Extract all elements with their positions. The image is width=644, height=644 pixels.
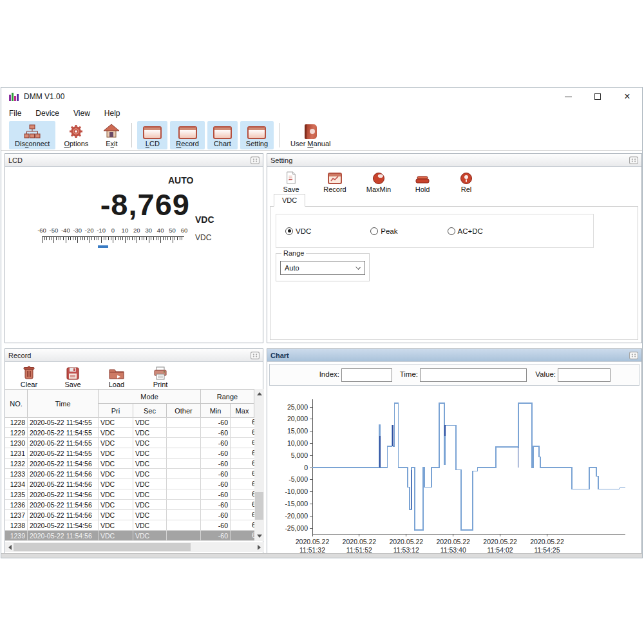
y-tick-label: 5,000 bbox=[291, 451, 308, 459]
cell-sec: VDC bbox=[133, 510, 167, 520]
y-tick-label: -25,000 bbox=[285, 524, 308, 532]
y-tick-label: -15,000 bbox=[285, 500, 308, 507]
range-selected-value: Auto bbox=[285, 264, 299, 272]
house-icon bbox=[103, 124, 120, 139]
record-button[interactable]: Record bbox=[170, 121, 204, 149]
chart-panel-title: Chart bbox=[270, 352, 629, 359]
rel-button[interactable]: Rel bbox=[446, 169, 486, 193]
record-button[interactable]: Record bbox=[315, 169, 355, 193]
x-tick-label-date: 2020.05.22 bbox=[390, 538, 424, 545]
menu-item-view[interactable]: View bbox=[67, 108, 97, 119]
disconnect-button[interactable]: Disconnect bbox=[9, 121, 55, 149]
lcd-button[interactable]: LCD bbox=[137, 121, 167, 149]
scroll-right-button[interactable] bbox=[254, 542, 264, 552]
close-button[interactable]: × bbox=[612, 88, 642, 106]
cell-other bbox=[167, 531, 201, 540]
radio-label: Peak bbox=[381, 227, 397, 235]
tab-vdc[interactable]: VDC bbox=[274, 194, 305, 207]
radio-vdc[interactable]: VDC bbox=[285, 227, 311, 235]
cell-other bbox=[167, 417, 201, 427]
save-button[interactable]: Save bbox=[53, 364, 93, 388]
record-table-vscrollbar[interactable] bbox=[254, 389, 264, 541]
dock-icon[interactable] bbox=[251, 156, 260, 164]
column-header-pri: Pri bbox=[99, 404, 133, 418]
table-row[interactable]: 12352020-05-22 11:54:56VDCVDC-606 bbox=[5, 489, 264, 500]
toolbar-button-label: Chart bbox=[214, 140, 231, 147]
chart-panel-body: Index:Time:Value: 25,00020,00015,00010,0… bbox=[267, 362, 641, 557]
cell-time: 2020-05-22 11:54:56 bbox=[28, 500, 99, 509]
table-row[interactable]: 12302020-05-22 11:54:55VDCVDC-606 bbox=[5, 438, 264, 448]
menu-item-file[interactable]: File bbox=[3, 108, 28, 119]
lcd-scale-tick-label: 30 bbox=[145, 227, 152, 234]
exit-button[interactable]: Exit bbox=[97, 121, 126, 149]
chart-panel: Chart Index:Time:Value: 25,00020,00015,0… bbox=[267, 348, 642, 558]
minimize-button[interactable] bbox=[553, 88, 583, 106]
table-row[interactable]: 12342020-05-22 11:54:56VDCVDC-606 bbox=[5, 479, 264, 489]
maxmin-button[interactable]: MaxMin bbox=[359, 169, 399, 193]
menu-item-help[interactable]: Help bbox=[98, 108, 127, 119]
cell-min: -60 bbox=[201, 500, 231, 509]
cell-time: 2020-05-22 11:54:56 bbox=[28, 531, 99, 540]
triangle-up-icon bbox=[257, 392, 262, 395]
table-row[interactable]: 12322020-05-22 11:54:56VDCVDC-606 bbox=[5, 459, 264, 469]
table-row[interactable]: 12382020-05-22 11:54:56VDCVDC-606 bbox=[5, 520, 264, 531]
print-button[interactable]: Print bbox=[140, 364, 180, 388]
printer-icon bbox=[153, 365, 167, 380]
x-tick-label-date: 2020.05.22 bbox=[343, 538, 377, 545]
cell-no: 1230 bbox=[5, 438, 28, 448]
window-bottom-strip bbox=[1, 553, 642, 558]
gear-icon bbox=[68, 124, 84, 139]
table-row[interactable]: 12282020-05-22 11:54:55VDCVDC-606 bbox=[5, 417, 264, 428]
cell-other bbox=[167, 438, 201, 448]
cell-no: 1234 bbox=[5, 479, 28, 489]
table-row[interactable]: 12392020-05-22 11:54:56VDCVDC-606 bbox=[5, 531, 264, 541]
user-manual-button[interactable]: User Manual bbox=[285, 121, 336, 149]
cell-max: 6 bbox=[231, 438, 254, 448]
dock-icon[interactable] bbox=[629, 352, 638, 359]
options-button[interactable]: Options bbox=[58, 121, 94, 149]
table-row[interactable]: 12332020-05-22 11:54:56VDCVDC-606 bbox=[5, 469, 264, 479]
range-select[interactable]: Auto bbox=[280, 261, 365, 275]
y-tick-label: 10,000 bbox=[287, 439, 308, 447]
window-icon bbox=[143, 124, 162, 139]
scroll-thumb[interactable] bbox=[255, 492, 263, 519]
scroll-thumb[interactable] bbox=[14, 543, 191, 551]
cell-time: 2020-05-22 11:54:56 bbox=[28, 520, 99, 530]
lcd-scale-tick-label: 20 bbox=[133, 227, 140, 234]
table-row[interactable]: 12292020-05-22 11:54:55VDCVDC-606 bbox=[5, 428, 264, 438]
field-input-value[interactable] bbox=[558, 368, 611, 382]
column-header-no: NO. bbox=[5, 390, 28, 418]
scroll-down-button[interactable] bbox=[254, 531, 264, 541]
save-button[interactable]: Save bbox=[271, 169, 311, 193]
table-row[interactable]: 12312020-05-22 11:54:55VDCVDC-606 bbox=[5, 448, 264, 459]
mini-button-label: Save bbox=[64, 381, 80, 388]
table-row[interactable]: 12362020-05-22 11:54:56VDCVDC-606 bbox=[5, 500, 264, 510]
toolbar-button-label: User Manual bbox=[290, 140, 330, 147]
dock-icon[interactable] bbox=[629, 156, 638, 164]
scroll-up-button[interactable] bbox=[254, 389, 264, 399]
menu-bar: FileDeviceViewHelp bbox=[1, 106, 642, 120]
maxmin-sphere-icon bbox=[372, 170, 385, 185]
record-table-hscrollbar[interactable] bbox=[5, 542, 264, 552]
setting-button[interactable]: Setting bbox=[240, 121, 274, 149]
dock-icon[interactable] bbox=[251, 352, 260, 359]
cell-min: -60 bbox=[201, 469, 231, 478]
chevron-down-icon bbox=[355, 265, 361, 270]
x-tick-label-date: 2020.05.22 bbox=[530, 538, 564, 545]
radio-acdc[interactable]: AC+DC bbox=[448, 227, 483, 235]
radio-peak[interactable]: Peak bbox=[370, 227, 397, 235]
cell-pri: VDC bbox=[99, 448, 133, 458]
menu-item-device[interactable]: Device bbox=[29, 108, 66, 119]
cell-pri: VDC bbox=[99, 500, 133, 509]
chart-button[interactable]: Chart bbox=[207, 121, 238, 149]
field-input-time[interactable] bbox=[420, 368, 527, 382]
cell-max: 6 bbox=[231, 448, 254, 458]
table-row[interactable]: 12372020-05-22 11:54:56VDCVDC-606 bbox=[5, 510, 264, 520]
maximize-button[interactable] bbox=[583, 88, 612, 106]
hold-button[interactable]: Hold bbox=[402, 169, 442, 193]
y-tick-label: 0 bbox=[304, 464, 308, 471]
cell-max: 6 bbox=[231, 510, 254, 520]
field-input-index[interactable] bbox=[341, 368, 392, 382]
clear-button[interactable]: Clear bbox=[9, 364, 49, 388]
load-button[interactable]: Load bbox=[97, 364, 137, 388]
